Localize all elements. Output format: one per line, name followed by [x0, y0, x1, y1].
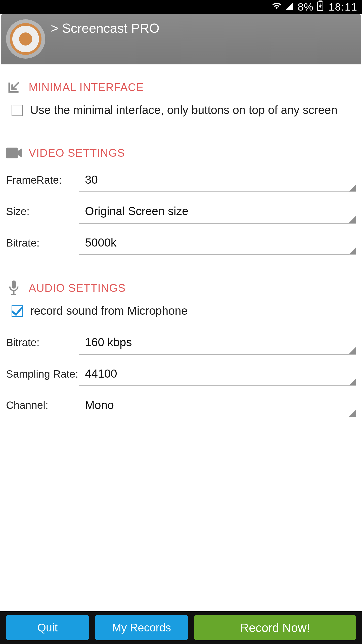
section-video-title: VIDEO SETTINGS — [29, 147, 125, 159]
sampling-label: Sampling Rate: — [6, 368, 79, 380]
section-video-header: VIDEO SETTINGS — [6, 145, 356, 161]
section-audio-header: AUDIO SETTINGS — [6, 280, 356, 296]
my-records-button[interactable]: My Records — [95, 615, 188, 640]
settings-content: MINIMAL INTERFACE Use the minimal interf… — [0, 64, 362, 611]
record-mic-label: record sound from Microphone — [30, 303, 188, 318]
signal-icon — [285, 1, 294, 13]
section-minimal-title: MINIMAL INTERFACE — [29, 81, 144, 94]
video-bitrate-value: 5000k — [85, 236, 116, 249]
audio-bitrate-value: 160 kbps — [85, 336, 132, 349]
collapse-icon — [6, 79, 22, 95]
audio-bitrate-spinner[interactable]: 160 kbps — [79, 331, 356, 355]
microphone-icon — [6, 280, 22, 296]
status-bar: 8% 18:11 — [0, 0, 362, 14]
clock: 18:11 — [329, 1, 357, 13]
record-now-button[interactable]: Record Now! — [194, 615, 356, 640]
channel-label: Channel: — [6, 399, 79, 411]
channel-spinner[interactable]: Mono — [79, 394, 356, 417]
audio-bitrate-label: Bitrate: — [6, 337, 79, 349]
minimal-interface-row[interactable]: Use the minimal interface, only buttons … — [6, 103, 356, 117]
framerate-spinner[interactable]: 30 — [79, 168, 356, 192]
battery-charging-icon — [317, 1, 324, 14]
sampling-value: 44100 — [85, 367, 117, 380]
wifi-icon — [272, 1, 282, 13]
framerate-label: FrameRate: — [6, 174, 79, 186]
record-mic-checkbox[interactable] — [12, 305, 23, 317]
size-row: Size: Original Screen size — [6, 200, 356, 224]
sampling-spinner[interactable]: 44100 — [79, 362, 356, 386]
channel-row: Channel: Mono — [6, 394, 356, 417]
app-header: > Screencast PRO — [1, 14, 361, 64]
section-audio-title: AUDIO SETTINGS — [29, 282, 126, 294]
quit-button[interactable]: Quit — [6, 615, 89, 640]
minimal-interface-label: Use the minimal interface, only buttons … — [30, 103, 337, 117]
channel-value: Mono — [85, 398, 114, 412]
record-mic-row[interactable]: record sound from Microphone — [6, 303, 356, 318]
svg-rect-3 — [12, 280, 16, 289]
size-spinner[interactable]: Original Screen size — [79, 200, 356, 224]
minimal-interface-checkbox[interactable] — [12, 105, 23, 116]
framerate-value: 30 — [85, 173, 98, 186]
app-logo — [6, 19, 45, 59]
bottom-bar: Quit My Records Record Now! — [0, 611, 362, 644]
sampling-row: Sampling Rate: 44100 — [6, 362, 356, 386]
svg-rect-1 — [319, 1, 322, 2]
audio-bitrate-row: Bitrate: 160 kbps — [6, 331, 356, 355]
battery-percent: 8% — [298, 1, 313, 13]
size-label: Size: — [6, 206, 79, 218]
svg-rect-2 — [6, 148, 18, 158]
video-camera-icon — [6, 145, 22, 161]
framerate-row: FrameRate: 30 — [6, 168, 356, 192]
video-bitrate-label: Bitrate: — [6, 237, 79, 249]
app-title: > Screencast PRO — [51, 21, 159, 36]
video-bitrate-spinner[interactable]: 5000k — [79, 231, 356, 255]
video-bitrate-row: Bitrate: 5000k — [6, 231, 356, 255]
size-value: Original Screen size — [85, 205, 189, 218]
section-minimal-header: MINIMAL INTERFACE — [6, 79, 356, 95]
